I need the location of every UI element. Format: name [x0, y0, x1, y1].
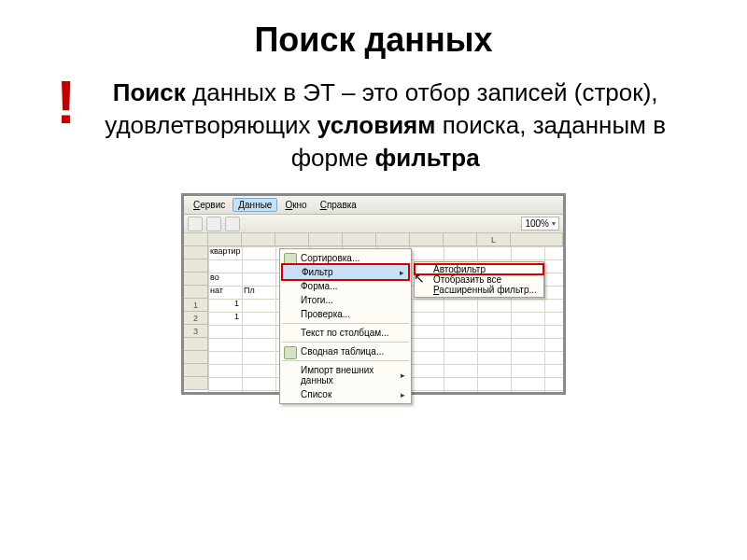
submenu-arrow-icon: ▸ [400, 268, 404, 277]
menu-item-filter[interactable]: Фильтр ▸ [282, 264, 409, 280]
definition-paragraph: Поиск данных в ЭТ – это отбор записей (с… [79, 77, 691, 175]
menu-separator [282, 360, 409, 361]
data-menu-dropdown: Сортировка... Фильтр ▸ Форма... Итоги...… [279, 248, 412, 404]
menu-item-sort[interactable]: Сортировка... [280, 251, 411, 265]
para-word-conditions: условиям [317, 111, 436, 139]
cell-b6: 1 [233, 312, 239, 321]
cell-a4: нат [208, 286, 223, 295]
filter-submenu: Автофильтр Отобразить все Расширенный фи… [414, 261, 544, 298]
toolbar: 100% ▾ [184, 215, 563, 233]
menu-separator [282, 342, 409, 343]
toolbar-button[interactable] [188, 217, 203, 231]
menu-service[interactable]: Сервисdocument.currentScript.previousEle… [188, 198, 231, 212]
menu-window[interactable]: Окно [279, 198, 312, 212]
submenu-arrow-icon: ▸ [401, 390, 405, 399]
para-word-filter: фильтра [375, 144, 480, 172]
menu-item-validate[interactable]: Проверка... [280, 307, 411, 321]
column-headers: L [184, 233, 563, 246]
cell-a1: квартир [208, 246, 241, 256]
definition-row: ! Поиск данных в ЭТ – это отбор записей … [0, 77, 747, 175]
menu-help[interactable]: Справка [315, 198, 362, 212]
chevron-down-icon: ▾ [552, 219, 556, 228]
menu-item-totals[interactable]: Итоги... [280, 293, 411, 307]
cell-b5: 1 [233, 299, 239, 308]
row-headers: 1 2 3 [184, 246, 208, 390]
zoom-combo[interactable]: 100% ▾ [521, 217, 559, 231]
cell-a3: во [208, 273, 219, 282]
menu-item-external[interactable]: Импорт внешних данных ▸ [280, 363, 411, 387]
slide-title: Поиск данных [0, 21, 747, 60]
toolbar-button[interactable] [225, 217, 240, 231]
excel-screenshot: Сервисdocument.currentScript.previousEle… [181, 193, 566, 395]
submenu-arrow-icon: ▸ [401, 371, 405, 380]
submenu-item-advanced[interactable]: Расширенный фильтр... [415, 285, 543, 295]
menu-item-form[interactable]: Форма... [280, 279, 411, 293]
menu-item-list[interactable]: Список ▸ [280, 387, 411, 401]
zoom-value: 100% [525, 218, 549, 229]
menu-separator [282, 323, 409, 324]
cell-b4: Пл [242, 286, 255, 295]
menu-item-pivot[interactable]: Сводная таблица... [280, 344, 411, 358]
worksheet: L 1 2 3 квартир во нат Пл 1 1 Сортировка… [184, 233, 563, 392]
submenu-item-autofilter[interactable]: Автофильтр [415, 264, 543, 274]
menu-data[interactable]: Данные [233, 198, 277, 212]
pivot-icon [284, 346, 297, 359]
submenu-item-showall: Отобразить все [415, 274, 543, 285]
exclamation-mark: ! [56, 73, 76, 133]
para-word-search: Поиск [113, 78, 186, 106]
menubar: Сервисdocument.currentScript.previousEle… [184, 196, 563, 215]
toolbar-button[interactable] [206, 217, 221, 231]
col-L: L [477, 233, 511, 245]
menu-item-text-to-columns[interactable]: Текст по столбцам... [280, 326, 411, 340]
